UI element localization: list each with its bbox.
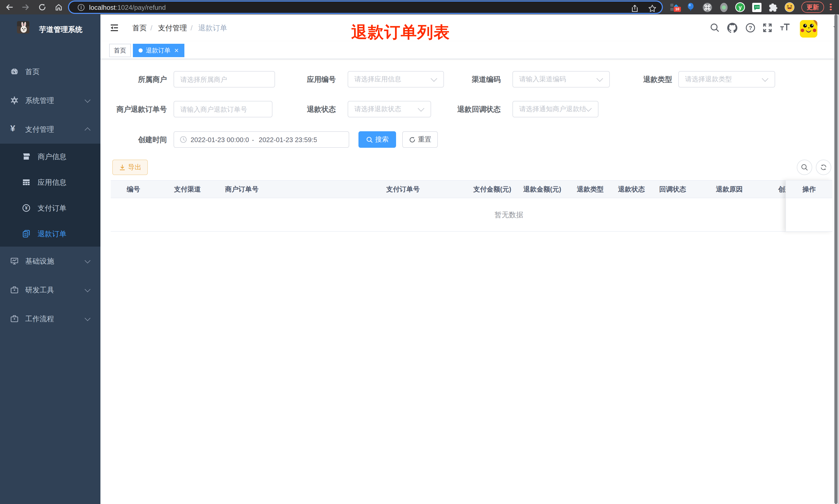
github-icon[interactable]: [727, 23, 737, 33]
export-button[interactable]: 导出: [112, 160, 148, 175]
chevron-down-icon: [418, 105, 424, 111]
field-label: 创建时间: [115, 131, 167, 148]
tag-label: 首页: [114, 47, 126, 54]
breadcrumb-payment[interactable]: 支付管理: [158, 14, 187, 41]
help-icon[interactable]: ?: [745, 23, 755, 33]
url-bar[interactable]: localhost:1024/pay/refund: [69, 2, 662, 13]
ext-recorder-icon[interactable]: [718, 2, 729, 12]
app-logo: [17, 21, 29, 34]
column-header[interactable]: 创建时间: [778, 181, 785, 198]
close-icon[interactable]: ✕: [174, 44, 179, 57]
forward-icon[interactable]: [21, 2, 31, 12]
merchant-input[interactable]: [174, 71, 275, 88]
column-header-actions[interactable]: 操作: [786, 180, 832, 198]
sidebar-item-infra[interactable]: 基础设施: [0, 247, 101, 275]
fullscreen-icon[interactable]: [762, 23, 772, 33]
sidebar-item-merchant-info[interactable]: 商户信息: [0, 144, 101, 169]
callback-status-select[interactable]: 请选择通知商户退款结果: [513, 101, 599, 118]
column-header[interactable]: 商户订单号: [225, 181, 258, 198]
column-header[interactable]: 退款状态: [618, 181, 645, 198]
sidebar-item-devtools[interactable]: 研发工具: [0, 275, 101, 304]
refresh-icon: [409, 136, 415, 143]
search-button[interactable]: 搜索: [358, 131, 396, 148]
sidebar: 芋道管理系统 首页 系统管理 ¥ 支付管理: [0, 14, 101, 504]
ext-chat-icon[interactable]: [751, 2, 762, 12]
reset-button[interactable]: 重置: [402, 131, 438, 148]
sidebar-item-workflow[interactable]: 工作流程: [0, 304, 101, 333]
select-placeholder: 请选择退款状态: [354, 105, 416, 114]
chevron-down-icon: [85, 97, 91, 103]
sidebar-item-system[interactable]: 系统管理: [0, 86, 101, 115]
table-body: 暂无数据: [111, 198, 785, 232]
sidebar-item-label: 支付订单: [38, 195, 67, 221]
sidebar-item-pay-order[interactable]: ¥ 支付订单: [0, 195, 101, 221]
bookmark-star-icon[interactable]: [648, 4, 657, 13]
back-icon[interactable]: [4, 2, 14, 12]
sidebar-item-payment[interactable]: ¥ 支付管理: [0, 115, 101, 144]
refund-type-select[interactable]: 请选择退款类型: [678, 71, 775, 88]
column-header[interactable]: 退款原因: [716, 181, 743, 198]
column-header[interactable]: 编号: [127, 181, 140, 198]
search-icon[interactable]: [710, 23, 720, 33]
page-info-icon[interactable]: [77, 3, 85, 11]
pay-order-icon: ¥: [22, 204, 30, 212]
page-annotation-title: 退款订单列表: [351, 22, 450, 43]
window-scrollbar-track: [837, 14, 839, 504]
fixed-column-body: [786, 198, 832, 232]
ext-command-icon[interactable]: [702, 2, 712, 12]
svg-text:¥: ¥: [25, 205, 28, 211]
column-header[interactable]: 支付渠道: [174, 181, 201, 198]
chevron-down-icon: [85, 315, 91, 321]
home-icon[interactable]: [54, 2, 64, 12]
table-search-toggle-button[interactable]: [797, 160, 812, 175]
share-icon[interactable]: [630, 4, 640, 13]
hamburger-icon[interactable]: [110, 23, 119, 32]
payment-submenu: 商户信息 应用信息 ¥ 支付订单 退款订单: [0, 144, 101, 247]
merchant-refund-no-field[interactable]: [174, 102, 272, 117]
sidebar-header[interactable]: 芋道管理系统: [0, 14, 101, 44]
tag-home[interactable]: 首页: [109, 44, 131, 57]
avatar[interactable]: [800, 20, 817, 38]
column-header[interactable]: 支付订单号: [386, 181, 420, 198]
refund-status-select[interactable]: 请选择退款状态: [347, 101, 431, 118]
ext-y-logo-icon[interactable]: y: [735, 2, 745, 12]
sidebar-item-home[interactable]: 首页: [0, 57, 101, 86]
export-button-label: 导出: [128, 163, 141, 172]
field-label: 退款状态: [284, 101, 336, 118]
sidebar-item-label: 商户信息: [38, 144, 67, 169]
app-select[interactable]: 请选择应用信息: [347, 71, 444, 88]
font-size-icon[interactable]: [779, 22, 789, 32]
ext-balloon-icon[interactable]: [685, 2, 696, 12]
reload-icon[interactable]: [37, 2, 47, 12]
ext-emoji-icon[interactable]: [784, 2, 795, 12]
select-placeholder: 请选择退款类型: [685, 75, 760, 84]
sidebar-item-app-info[interactable]: 应用信息: [0, 169, 101, 195]
tag-refund-order[interactable]: 退款订单✕: [133, 44, 184, 57]
gear-icon: [10, 96, 19, 105]
field-label: 所属商户: [115, 71, 167, 88]
browser-menu-icon[interactable]: [829, 3, 832, 12]
column-header[interactable]: 支付金额(元): [473, 181, 511, 198]
date-separator: -: [252, 136, 254, 143]
briefcase-icon: [10, 314, 19, 323]
column-header[interactable]: 回调状态: [659, 181, 686, 198]
sidebar-item-label: 首页: [25, 57, 40, 86]
empty-state-text: 暂无数据: [495, 198, 523, 231]
breadcrumb-home[interactable]: 首页: [132, 14, 147, 41]
column-header[interactable]: 退款类型: [577, 181, 604, 198]
column-header[interactable]: 退款金额(元): [523, 181, 561, 198]
channel-select[interactable]: 请输入渠道编码: [513, 71, 610, 88]
merchant-refund-no-input[interactable]: [174, 101, 272, 118]
table-refresh-button[interactable]: [816, 160, 831, 175]
browser-update-button[interactable]: 更新: [801, 2, 824, 13]
field-label: 商户退款订单号: [95, 101, 167, 118]
sidebar-item-label: 系统管理: [25, 86, 54, 115]
merchant-input-field[interactable]: [174, 72, 274, 87]
window-scrollbar[interactable]: [834, 14, 837, 504]
extensions-puzzle-icon[interactable]: [768, 2, 778, 12]
chevron-down-icon: [585, 105, 591, 111]
ext-userscript-icon[interactable]: 10: [669, 2, 679, 12]
sidebar-item-refund-order[interactable]: 退款订单: [0, 221, 101, 247]
app-title: 芋道管理系统: [39, 14, 83, 44]
create-time-range-picker[interactable]: 2022-01-23 00:00:00 - 2022-01-23 23:59:5…: [174, 131, 349, 148]
